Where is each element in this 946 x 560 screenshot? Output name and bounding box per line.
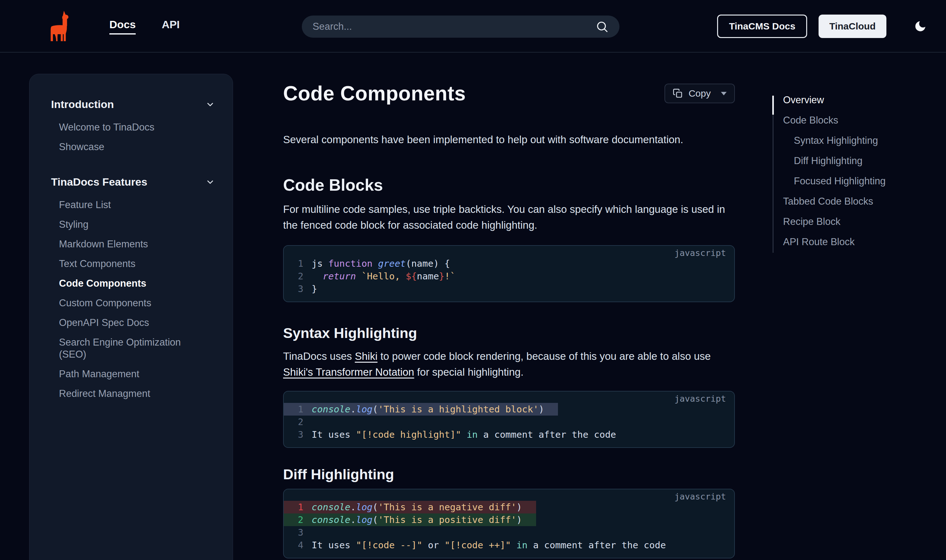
text-span: to power code block rendering, because o…	[378, 350, 711, 362]
nav-link-docs[interactable]: Docs	[110, 18, 136, 34]
code-token: }	[312, 283, 317, 294]
docs-sidebar: IntroductionWelcome to TinaDocsShowcaseT…	[29, 74, 233, 560]
code-token: )	[517, 514, 522, 525]
sidebar-group-heading: TinaDocs Features	[51, 176, 147, 188]
code-language-label: javascript	[284, 246, 734, 257]
sidebar-item-custom-components[interactable]: Custom Components	[51, 297, 210, 309]
moon-icon	[914, 20, 927, 33]
code-token: or	[422, 540, 444, 551]
line-number: 2	[284, 270, 303, 283]
tina-llama-logo-icon[interactable]	[50, 11, 69, 41]
toc-item-recipe-block[interactable]: Recipe Block	[783, 217, 925, 226]
sidebar-item-text-components[interactable]: Text Components	[51, 258, 210, 270]
sidebar-group-heading: Introduction	[51, 98, 114, 111]
code-block-highlight: javascript1console.log('This is a highli…	[283, 391, 735, 448]
code-token: (	[372, 514, 378, 525]
chevron-down-icon[interactable]	[205, 177, 215, 187]
code-token: "[!code --]"	[356, 540, 423, 551]
code-token: log	[356, 502, 372, 512]
heading-code-blocks: Code Blocks	[283, 175, 735, 194]
text-span: TinaDocs uses	[283, 350, 355, 362]
sidebar-group-0: IntroductionWelcome to TinaDocsShowcase	[51, 98, 215, 153]
code-token: in	[467, 429, 478, 440]
line-number: 3	[284, 526, 303, 539]
code-token: (name) {	[406, 258, 450, 269]
code-token	[511, 540, 517, 551]
code-token: 'This is a negative diff'	[378, 502, 517, 512]
heading-syntax-highlighting: Syntax Highlighting	[283, 325, 735, 342]
code-content: 1console.log('This is a negative diff')2…	[284, 501, 734, 558]
page: Docs API TinaCMS Docs TinaCloud Introduc…	[0, 0, 946, 560]
sidebar-group-1: TinaDocs FeaturesFeature ListStylingMark…	[51, 176, 215, 400]
toc-item-overview[interactable]: Overview	[783, 95, 925, 105]
line-number: 3	[284, 283, 303, 295]
code-language-label: javascript	[284, 391, 734, 403]
code-line-3: 3It uses "[!code highlight]" in a commen…	[284, 428, 734, 441]
toc-list: OverviewCode BlocksSyntax HighlightingDi…	[773, 95, 925, 247]
inline-link[interactable]: Shiki	[355, 350, 378, 362]
code-content: 1js function greet(name) {2 return `Hell…	[284, 257, 734, 302]
sidebar-item-redirect-managment[interactable]: Redirect Managment	[51, 388, 210, 400]
code-token: (	[372, 502, 378, 512]
nav-link-api[interactable]: API	[162, 18, 180, 34]
code-token: return	[323, 271, 356, 282]
sidebar-group-header[interactable]: TinaDocs Features	[51, 176, 215, 188]
line-number: 4	[284, 539, 303, 551]
sidebar-item-path-management[interactable]: Path Management	[51, 368, 210, 380]
toc-item-diff-highlighting[interactable]: Diff Highlighting	[783, 156, 925, 166]
code-token: in	[517, 540, 528, 551]
copy-button-label: Copy	[688, 88, 711, 99]
code-line-1: 1js function greet(name) {	[284, 257, 734, 270]
sidebar-items: Welcome to TinaDocsShowcase	[51, 121, 215, 153]
code-token: .	[350, 502, 356, 512]
intro-paragraph: Several components have been implemented…	[283, 132, 735, 148]
sidebar-item-openapi-spec-docs[interactable]: OpenAPI Spec Docs	[51, 317, 210, 329]
text-span: for special highlighting.	[414, 366, 523, 378]
code-token: .	[350, 514, 356, 525]
chevron-down-icon[interactable]	[205, 100, 215, 109]
code-token: ${	[406, 271, 417, 282]
toc-item-tabbed-code-blocks[interactable]: Tabbed Code Blocks	[783, 196, 925, 206]
sidebar-item-welcome-to-tinadocs[interactable]: Welcome to TinaDocs	[51, 121, 210, 133]
sidebar-item-styling[interactable]: Styling	[51, 218, 210, 231]
toc-item-focused-highlighting[interactable]: Focused Highlighting	[783, 176, 925, 186]
code-token: }	[439, 271, 444, 282]
copy-button[interactable]: Copy	[665, 84, 735, 103]
sidebar-item-code-components[interactable]: Code Components	[51, 277, 210, 289]
toc-item-api-route-block[interactable]: API Route Block	[783, 237, 925, 247]
code-token: console	[312, 404, 350, 415]
line-number: 3	[284, 428, 303, 441]
sidebar-item-showcase[interactable]: Showcase	[51, 141, 210, 153]
sidebar-items: Feature ListStylingMarkdown ElementsText…	[51, 199, 215, 400]
code-token	[312, 271, 323, 282]
inline-link[interactable]: Shiki's Transformer Notation	[283, 366, 414, 378]
code-line-2: 2	[284, 415, 734, 428]
sidebar-item-markdown-elements[interactable]: Markdown Elements	[51, 238, 210, 250]
code-token: It uses	[312, 429, 356, 440]
table-of-contents: OverviewCode BlocksSyntax HighlightingDi…	[773, 95, 925, 257]
code-token: log	[356, 404, 372, 415]
code-token: function	[328, 258, 378, 269]
code-token: js	[312, 258, 328, 269]
header-actions: TinaCMS Docs TinaCloud	[717, 0, 927, 52]
code-token: 'This is a positive diff'	[378, 514, 517, 525]
toc-item-code-blocks[interactable]: Code Blocks	[783, 115, 925, 125]
sidebar-item-feature-list[interactable]: Feature List	[51, 199, 210, 211]
toc-item-syntax-highlighting[interactable]: Syntax Highlighting	[783, 135, 925, 145]
code-token: "[!code highlight]"	[356, 429, 461, 440]
code-token: 'This is a highlighted block'	[378, 404, 539, 415]
code-token: .	[350, 404, 356, 415]
code-line-2: 2 return `Hello, ${name}!`	[284, 270, 734, 283]
copy-dropdown-caret-icon[interactable]	[721, 92, 727, 95]
code-token: `Hello,	[361, 271, 406, 282]
sidebar-group-header[interactable]: Introduction	[51, 98, 215, 111]
code-token: greet	[378, 258, 406, 269]
dark-mode-toggle[interactable]	[914, 20, 927, 33]
code-token: a comment after the code	[478, 429, 616, 440]
toc-rail	[773, 97, 773, 253]
code-block-diff: javascript1console.log('This is a negati…	[283, 489, 735, 558]
code-token: It uses	[312, 540, 356, 551]
main-content: Code Components Copy Several components …	[283, 0, 735, 558]
tinacloud-button[interactable]: TinaCloud	[819, 15, 886, 38]
sidebar-item-search-engine-optimization-seo[interactable]: Search Engine Optimization (SEO)	[51, 336, 210, 360]
